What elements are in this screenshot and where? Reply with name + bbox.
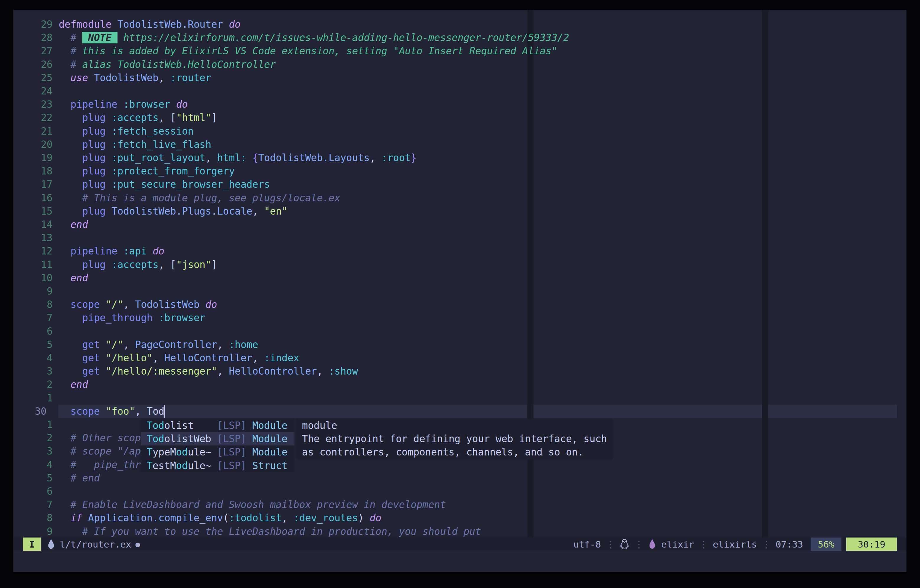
- line-number: 5: [13, 338, 53, 351]
- code-line-text: use TodolistWeb, :router: [59, 71, 211, 84]
- code-line[interactable]: 7 # Enable LiveDashboard and Swoosh mail…: [13, 498, 906, 512]
- code-line[interactable]: 13: [13, 231, 906, 245]
- code-line[interactable]: 10 end: [13, 271, 906, 285]
- line-number: 23: [13, 98, 53, 111]
- text-cursor-beam: [164, 405, 165, 418]
- completion-item-selected[interactable]: TodolistWeb [LSP] Module: [141, 432, 294, 445]
- code-line[interactable]: 6: [13, 325, 906, 338]
- time-label: 07:33: [776, 539, 803, 550]
- code-line[interactable]: 20 plug :fetch_live_flash: [13, 138, 906, 151]
- cursor-position-badge: 30:19: [846, 538, 897, 551]
- line-number: 28: [13, 31, 53, 44]
- code-line[interactable]: 26 # alias TodolistWeb.HelloController: [13, 58, 906, 71]
- code-line-text: end: [59, 218, 88, 231]
- code-line[interactable]: 28 # NOTE https://elixirforum.com/t/issu…: [13, 31, 906, 45]
- completion-item[interactable]: Todolist [LSP] Module: [141, 419, 294, 432]
- line-number: 26: [13, 58, 53, 71]
- completion-kind-label: Module: [246, 420, 288, 431]
- code-line[interactable]: 25 use TodolistWeb, :router: [13, 71, 906, 85]
- filename[interactable]: l/t/router.ex: [60, 539, 131, 550]
- code-line[interactable]: 5 # end: [13, 471, 906, 485]
- code-line-text: plug :accepts, ["html"]: [59, 111, 217, 124]
- code-line[interactable]: 21 plug :fetch_session: [13, 125, 906, 138]
- line-number: 20: [13, 138, 53, 151]
- code-line[interactable]: 9 # If you want to use the LiveDashboard…: [13, 525, 906, 538]
- code-line[interactable]: 3 get "/hello/:messenger", HelloControll…: [13, 364, 906, 378]
- completion-item[interactable]: TypeModule~ [LSP] Module: [141, 445, 294, 459]
- line-number: 6: [13, 485, 53, 498]
- code-line[interactable]: 19 plug :put_root_layout, html: {Todolis…: [13, 151, 906, 165]
- line-number: 7: [13, 311, 53, 324]
- line-number: 21: [13, 125, 53, 138]
- code-line[interactable]: 22 plug :accepts, ["html"]: [13, 111, 906, 125]
- completion-kind-label: Module: [246, 446, 288, 458]
- code-line-current[interactable]: 30 scope "foo", Tod: [13, 405, 906, 418]
- filetype-label: elixir: [661, 539, 694, 550]
- line-number: 4: [13, 458, 53, 471]
- code-line[interactable]: 18 plug :protect_from_forgery: [13, 164, 906, 178]
- code-line-text: # Other scop: [59, 431, 141, 445]
- line-number: 17: [13, 178, 53, 191]
- code-line[interactable]: 8 scope "/", TodolistWeb do: [13, 298, 906, 311]
- code-line-text: end: [59, 271, 88, 285]
- code-line-text: plug :fetch_live_flash: [59, 138, 211, 151]
- code-line-text: plug :fetch_session: [59, 125, 194, 138]
- code-line-text: if Application.compile_env(:todolist, :d…: [59, 511, 381, 525]
- completion-popup[interactable]: Todolist [LSP] Module TodolistWeb [LSP] …: [141, 419, 294, 472]
- code-line[interactable]: 7 pipe_through :browser: [13, 311, 906, 325]
- code-line[interactable]: 5 get "/", PageController, :home: [13, 338, 906, 352]
- code-line[interactable]: 16 # This is a module plug, see plugs/lo…: [13, 191, 906, 205]
- completion-doc-line: The entrypoint for defining your web int…: [296, 432, 613, 445]
- line-number: 9: [13, 285, 53, 298]
- code-line[interactable]: 11 plug :accepts, ["json"]: [13, 258, 906, 272]
- code-line-text: # alias TodolistWeb.HelloController: [59, 58, 276, 71]
- code-line[interactable]: 23 pipeline :browser do: [13, 98, 906, 111]
- line-number: 8: [13, 511, 53, 525]
- line-number: 25: [13, 71, 53, 84]
- code-line[interactable]: 29defmodule TodolistWeb.Router do: [13, 18, 906, 31]
- line-number: 29: [13, 18, 53, 31]
- completion-kind-label: Module: [246, 433, 288, 445]
- code-line[interactable]: 6: [13, 485, 906, 498]
- completion-source-tag: [LSP]: [217, 420, 246, 431]
- completion-source-tag: [LSP]: [217, 446, 246, 458]
- statusline-separator: ⋮: [634, 539, 643, 550]
- line-number: 6: [13, 325, 53, 338]
- code-line[interactable]: 14 end: [13, 218, 906, 232]
- elixir-droplet-icon: [648, 539, 656, 550]
- line-number: 2: [13, 431, 53, 445]
- line-number: 12: [13, 245, 53, 258]
- line-number: 5: [13, 471, 53, 485]
- code-line-text: end: [59, 378, 88, 391]
- completion-doc-window: module The entrypoint for defining your …: [296, 419, 613, 459]
- code-line[interactable]: 1: [13, 391, 906, 405]
- code-line-text: # If you want to use the LiveDashboard i…: [59, 525, 481, 538]
- code-line[interactable]: 12 pipeline :api do: [13, 245, 906, 258]
- completion-source-tag: [LSP]: [217, 433, 246, 445]
- code-line[interactable]: 9: [13, 285, 906, 298]
- code-line[interactable]: 24: [13, 84, 906, 98]
- line-number: 16: [13, 191, 53, 204]
- line-number: 3: [13, 445, 53, 458]
- mode-indicator: I: [23, 538, 41, 551]
- statusline-separator: ⋮: [699, 539, 708, 550]
- code-line-text: defmodule TodolistWeb.Router do: [59, 18, 241, 31]
- code-line[interactable]: 4 get "/hello", HelloController, :index: [13, 351, 906, 365]
- line-number: 11: [13, 258, 53, 271]
- code-line-text: get "/hello", HelloController, :index: [59, 351, 300, 364]
- code-line-text: # this is added by ElixirLS VS Code exte…: [59, 44, 557, 58]
- line-number: 27: [13, 44, 53, 58]
- code-line[interactable]: 8 if Application.compile_env(:todolist, …: [13, 511, 906, 525]
- code-line[interactable]: 27 # this is added by ElixirLS VS Code e…: [13, 44, 906, 58]
- code-line-text: get "/", PageController, :home: [59, 338, 258, 351]
- code-line-text: plug :protect_from_forgery: [59, 164, 235, 178]
- completion-item[interactable]: TestModule~ [LSP] Struct: [141, 459, 294, 472]
- code-line[interactable]: 17 plug :put_secure_browser_headers: [13, 178, 906, 191]
- line-number: 1: [13, 418, 53, 431]
- line-number: 14: [13, 218, 53, 231]
- code-line[interactable]: 2 end: [13, 378, 906, 391]
- code-line[interactable]: 15 plug TodolistWeb.Plugs.Locale, "en": [13, 204, 906, 218]
- line-number: 15: [13, 204, 53, 218]
- code-line-text: plug TodolistWeb.Plugs.Locale, "en": [59, 204, 288, 218]
- line-number: 19: [13, 151, 53, 164]
